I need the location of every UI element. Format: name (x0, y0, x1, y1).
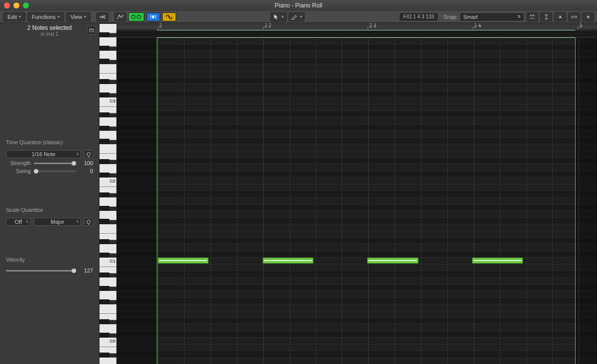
svg-rect-10 (90, 29, 94, 32)
svg-point-0 (119, 14, 120, 16)
toolbar: Edit▾ Functions▾ View▾ ▾ ▾ F#2 1 4 3 133… (0, 11, 597, 23)
swing-slider[interactable] (34, 171, 76, 172)
strength-slider[interactable] (34, 163, 76, 164)
edit-menu[interactable]: Edit▾ (3, 12, 25, 21)
piano-roll-grid[interactable]: 22 22 32 43 Inst 1 (116, 23, 597, 364)
key-label: C0 (109, 339, 115, 344)
velocity-label: Velocity (0, 255, 99, 265)
midi-in-icon[interactable] (128, 12, 144, 21)
key-label: C3 (109, 98, 115, 103)
link-icon[interactable] (162, 12, 176, 21)
snap-select[interactable]: Smart⇅ (460, 12, 524, 21)
scale-quantize-label: Scale Quantize (0, 205, 99, 215)
window-controls (4, 2, 29, 8)
midi-note[interactable] (367, 258, 418, 264)
zoom-vert-auto-icon[interactable] (554, 12, 566, 21)
key-label: C1 (109, 259, 115, 264)
maximize-window-icon[interactable] (23, 2, 29, 8)
time-quantize-label: Time Quantize (classic) (0, 137, 99, 147)
event-info-display: F#2 1 4 3 133 (399, 12, 439, 21)
automation-icon[interactable] (114, 12, 126, 21)
svg-rect-9 (152, 15, 154, 18)
pointer-tool[interactable]: ▾ (271, 12, 287, 21)
selection-title: 2 Notes selected (27, 24, 72, 31)
close-window-icon[interactable] (4, 2, 10, 8)
strength-value: 100 (79, 160, 93, 166)
region-inspector-button[interactable] (87, 26, 96, 35)
catch-playhead-icon[interactable] (97, 12, 108, 21)
midi-note[interactable] (472, 258, 523, 264)
svg-point-7 (138, 16, 138, 17)
swing-label: Swing (6, 168, 31, 174)
zoom-horizontal-icon[interactable] (568, 12, 580, 21)
key-label: C2 (109, 179, 115, 183)
scale-quantize-button[interactable]: Q (84, 218, 93, 226)
zoom-vertical-icon[interactable] (540, 12, 552, 21)
zoom-horiz-auto-icon[interactable] (582, 12, 594, 21)
svg-point-3 (133, 15, 134, 16)
scale-quantize-type-select[interactable]: Major⇅ (34, 218, 81, 226)
titlebar: Piano - Piano Roll (0, 0, 597, 11)
midi-out-select-icon[interactable] (146, 12, 160, 21)
midi-note[interactable] (158, 258, 208, 264)
piano-keyboard[interactable]: C3C2C1C0 (100, 23, 116, 364)
window-title: Piano - Piano Roll (275, 2, 322, 9)
svg-point-8 (140, 16, 140, 17)
pencil-tool[interactable]: ▾ (289, 12, 304, 21)
strength-label: Strength (6, 160, 31, 166)
functions-menu[interactable]: Functions▾ (27, 12, 64, 21)
view-menu[interactable]: View▾ (66, 12, 91, 21)
svg-point-6 (139, 15, 139, 16)
snap-label: Snap: (443, 14, 458, 20)
svg-rect-2 (137, 15, 141, 19)
velocity-value: 127 (79, 268, 93, 273)
midi-note[interactable] (263, 258, 313, 264)
svg-rect-1 (131, 15, 135, 19)
minimize-window-icon[interactable] (13, 2, 19, 8)
svg-point-5 (134, 16, 135, 17)
svg-point-4 (132, 16, 133, 17)
velocity-slider[interactable] (6, 270, 76, 272)
swing-value: 0 (79, 168, 93, 174)
inspector-panel: 2 Notes selected in Inst 1 Time Quantize… (0, 23, 100, 364)
collapse-icon[interactable] (526, 12, 538, 21)
selection-subtitle: in Inst 1 (41, 31, 58, 37)
time-quantize-select[interactable]: 1/16 Note⇅ (6, 150, 81, 158)
scale-quantize-enable-select[interactable]: Off⇅ (6, 218, 31, 226)
quantize-button[interactable]: Q (84, 150, 93, 158)
